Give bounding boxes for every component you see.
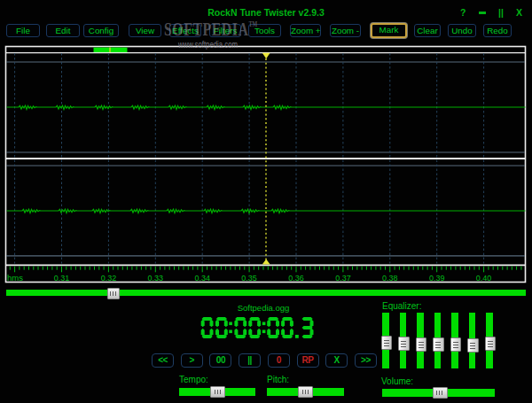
svg-text:0.32: 0.32: [101, 274, 117, 283]
svg-text:0.35: 0.35: [241, 274, 257, 283]
svg-text:0.38: 0.38: [382, 274, 398, 283]
svg-text:hms: hms: [7, 273, 23, 283]
svg-text:0.37: 0.37: [335, 274, 351, 283]
svg-text:0.34: 0.34: [194, 274, 210, 283]
svg-text:0.39: 0.39: [429, 274, 445, 283]
svg-text:0.33: 0.33: [148, 274, 164, 283]
svg-text:0.36: 0.36: [288, 274, 304, 283]
svg-text:0.40: 0.40: [476, 274, 492, 283]
svg-text:0.31: 0.31: [54, 274, 70, 283]
